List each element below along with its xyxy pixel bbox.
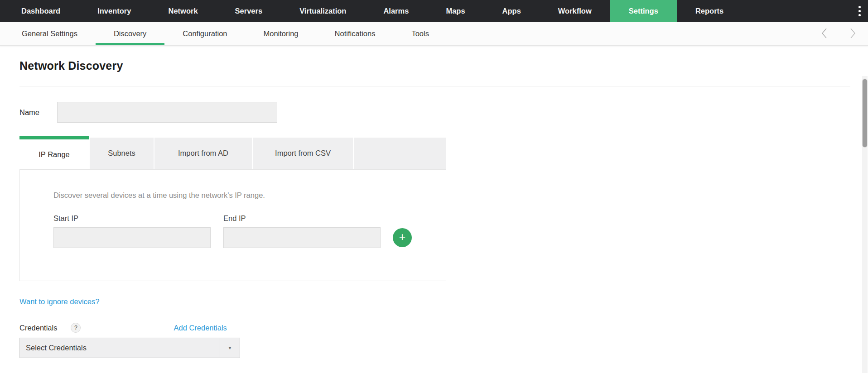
ip-range-fields-row: Start IP End IP + bbox=[53, 214, 446, 248]
nav-item-apps[interactable]: Apps bbox=[484, 0, 540, 22]
subnav-item-monitoring[interactable]: Monitoring bbox=[246, 22, 317, 45]
nav-item-servers[interactable]: Servers bbox=[217, 0, 281, 22]
nav-item-alarms[interactable]: Alarms bbox=[365, 0, 427, 22]
end-ip-input[interactable] bbox=[223, 227, 381, 248]
tab-import-from-csv[interactable]: Import from CSV bbox=[253, 138, 353, 169]
vertical-scrollbar[interactable] bbox=[862, 76, 868, 373]
settings-sub-navigation: General Settings Discovery Configuration… bbox=[0, 22, 868, 46]
credentials-label: Credentials bbox=[19, 324, 57, 332]
plus-icon: + bbox=[399, 231, 406, 243]
title-divider bbox=[19, 86, 850, 86]
nav-item-virtualization[interactable]: Virtualization bbox=[281, 0, 365, 22]
start-ip-field-group: Start IP bbox=[53, 214, 211, 248]
credentials-select-value: Select Credentials bbox=[20, 344, 220, 352]
subnav-item-general-settings[interactable]: General Settings bbox=[4, 22, 96, 45]
page-title: Network Discovery bbox=[19, 59, 868, 72]
tab-import-from-ad[interactable]: Import from AD bbox=[154, 138, 252, 169]
discovery-method-tabs: IP Range Subnets Import from AD Import f… bbox=[19, 136, 446, 169]
network-discovery-page: Network Discovery Name IP Range Subnets … bbox=[0, 59, 868, 358]
ignore-devices-link[interactable]: Want to ignore devices? bbox=[19, 297, 99, 306]
nav-item-dashboard[interactable]: Dashboard bbox=[3, 0, 79, 22]
start-ip-label: Start IP bbox=[53, 214, 211, 223]
name-input[interactable] bbox=[57, 102, 277, 123]
subnav-item-notifications[interactable]: Notifications bbox=[317, 22, 394, 45]
ip-range-panel: Discover several devices at a time using… bbox=[19, 169, 446, 281]
name-field-row: Name bbox=[19, 102, 868, 123]
end-ip-label: End IP bbox=[223, 214, 381, 223]
nav-item-network[interactable]: Network bbox=[149, 0, 216, 22]
name-field-label: Name bbox=[19, 108, 57, 117]
ip-range-description: Discover several devices at a time using… bbox=[53, 191, 446, 200]
subnav-scroll-arrows bbox=[821, 22, 868, 45]
tab-ip-range[interactable]: IP Range bbox=[19, 136, 89, 169]
nav-item-inventory[interactable]: Inventory bbox=[79, 0, 149, 22]
chevron-right-icon bbox=[849, 28, 856, 40]
subnav-item-discovery[interactable]: Discovery bbox=[96, 22, 164, 45]
chevron-left-icon bbox=[821, 28, 828, 40]
nav-item-reports[interactable]: Reports bbox=[677, 0, 742, 22]
scrollbar-thumb[interactable] bbox=[863, 79, 867, 147]
add-credentials-link[interactable]: Add Credentials bbox=[174, 324, 227, 332]
credentials-row: Credentials ? Add Credentials bbox=[19, 323, 868, 333]
caret-down-icon: ▼ bbox=[228, 345, 232, 350]
nav-item-settings[interactable]: Settings bbox=[610, 0, 677, 22]
nav-item-maps[interactable]: Maps bbox=[427, 0, 483, 22]
add-ip-range-button[interactable]: + bbox=[393, 228, 412, 247]
end-ip-field-group: End IP bbox=[223, 214, 381, 248]
credentials-select[interactable]: Select Credentials ▼ bbox=[19, 338, 240, 358]
select-caret-section: ▼ bbox=[220, 338, 240, 358]
tab-strip-filler bbox=[354, 138, 446, 169]
help-icon[interactable]: ? bbox=[71, 323, 81, 333]
top-navigation-bar: Dashboard Inventory Network Servers Virt… bbox=[0, 0, 868, 22]
kebab-menu-icon[interactable] bbox=[851, 0, 868, 22]
subnav-item-tools[interactable]: Tools bbox=[393, 22, 447, 45]
scroll-left-button[interactable] bbox=[821, 28, 828, 40]
subnav-item-configuration[interactable]: Configuration bbox=[164, 22, 245, 45]
tab-subnets[interactable]: Subnets bbox=[90, 138, 154, 169]
start-ip-input[interactable] bbox=[53, 227, 211, 248]
scroll-right-button[interactable] bbox=[849, 28, 856, 40]
nav-item-workflow[interactable]: Workflow bbox=[540, 0, 610, 22]
